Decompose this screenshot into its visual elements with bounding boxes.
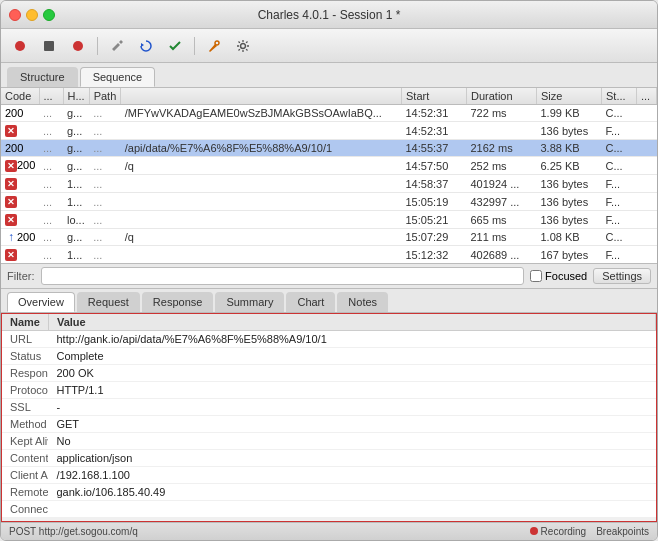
session-table[interactable]: Code ... H... Path Start Duration Size S… [1, 88, 657, 263]
cell-start: 14:55:37 [402, 140, 467, 157]
cell-size: 1.08 KB [537, 229, 602, 246]
filter-settings-btn[interactable]: Settings [593, 268, 651, 284]
table-row[interactable]: ✕200 ... g... ... /q 14:57:50 252 ms 6.2… [1, 157, 657, 175]
tab-notes[interactable]: Notes [337, 292, 388, 312]
cell-more [637, 193, 657, 211]
table-row[interactable]: ✕ ... g... ... 14:52:31 136 bytes F... [1, 122, 657, 140]
settings-btn[interactable] [230, 34, 256, 58]
svg-point-0 [15, 41, 25, 51]
filter-input[interactable] [41, 267, 525, 285]
cell-status: C... [602, 140, 637, 157]
cell-duration: 2162 ms [467, 140, 537, 157]
recording-indicator: Recording [530, 526, 586, 537]
clear-btn[interactable] [65, 34, 91, 58]
traffic-lights [9, 9, 55, 21]
overview-header-row: Name Value [2, 314, 656, 331]
overview-field-name: Client Address [2, 467, 48, 484]
tab-summary[interactable]: Summary [215, 292, 284, 312]
table-row[interactable]: ↑200 ... g... ... /q 15:07:29 211 ms 1.0… [1, 229, 657, 246]
overview-field-name: Remote Address [2, 484, 48, 501]
table-row[interactable]: ✕ ... 1... ... 14:58:37 401924 ... 136 b… [1, 175, 657, 193]
tab-structure[interactable]: Structure [7, 67, 78, 87]
overview-field-name: URL [2, 331, 48, 348]
tab-overview[interactable]: Overview [7, 292, 75, 312]
col-more[interactable]: ... [637, 88, 657, 105]
cell-code: ✕ [1, 175, 39, 193]
cell-status: C... [602, 157, 637, 175]
cell-size: 3.88 KB [537, 140, 602, 157]
cell-code: 200 [1, 105, 39, 122]
table-body: 200 ... g... ... /MFYwVKADAgEAME0wSzBJMA… [1, 105, 657, 264]
status-code: 200 [5, 107, 23, 119]
cell-dots1: ... [39, 157, 63, 175]
cell-status: F... [602, 193, 637, 211]
filter-bar: Filter: Focused Settings [1, 263, 657, 289]
col-start[interactable]: Start [402, 88, 467, 105]
col-h[interactable]: H... [63, 88, 89, 105]
overview-field-value: HTTP/1.1 [48, 382, 655, 399]
cell-size: 1.99 KB [537, 105, 602, 122]
overview-body: URL http://gank.io/api/data/%E7%A6%8F%E5… [2, 331, 656, 523]
refresh-btn[interactable] [133, 34, 159, 58]
col-dots1[interactable]: ... [39, 88, 63, 105]
table-row[interactable]: ✕ ... 1... ... 15:05:19 432997 ... 136 b… [1, 193, 657, 211]
cell-more [637, 229, 657, 246]
overview-field-value: application/json [48, 450, 655, 467]
cell-dots2: ... [89, 246, 121, 264]
tab-chart[interactable]: Chart [286, 292, 335, 312]
minimize-button[interactable] [26, 9, 38, 21]
overview-col-value: Value [48, 314, 655, 331]
col-size[interactable]: Size [537, 88, 602, 105]
col-duration[interactable]: Duration [467, 88, 537, 105]
cell-size: 136 bytes [537, 211, 602, 229]
status-bar: POST http://get.sogou.com/q Recording Br… [1, 522, 657, 540]
cell-code: 200 [1, 140, 39, 157]
maximize-button[interactable] [43, 9, 55, 21]
cell-status: F... [602, 211, 637, 229]
tab-request[interactable]: Request [77, 292, 140, 312]
cell-dots1: ... [39, 211, 63, 229]
col-path-pre[interactable]: Path [89, 88, 121, 105]
cell-dots2: ... [89, 140, 121, 157]
table-row[interactable]: ✕ ... lo... ... 15:05:21 665 ms 136 byte… [1, 211, 657, 229]
table-row[interactable]: 200 ... g... ... /api/data/%E7%A6%8F%E5%… [1, 140, 657, 157]
error-icon: ✕ [5, 178, 17, 190]
record-btn[interactable] [7, 34, 33, 58]
detail-panel: Name Value URL http://gank.io/api/data/%… [1, 313, 657, 522]
cell-code: ✕200 [1, 157, 39, 175]
col-path[interactable] [121, 88, 402, 105]
overview-field-value: /192.168.1.100 [48, 467, 655, 484]
sep2 [194, 37, 195, 55]
cell-start: 15:05:19 [402, 193, 467, 211]
overview-row: Content-Type application/json [2, 450, 656, 467]
svg-marker-3 [141, 43, 144, 47]
stop-btn[interactable] [36, 34, 62, 58]
status-bar-right: Recording Breakpoints [530, 526, 649, 537]
table-row[interactable]: ✕ ... 1... ... 15:12:32 402689 ... 167 b… [1, 246, 657, 264]
nav-tabs: Structure Sequence [1, 63, 657, 88]
cell-duration: 432997 ... [467, 193, 537, 211]
cell-more [637, 175, 657, 193]
col-code[interactable]: Code [1, 88, 39, 105]
pen-btn[interactable] [104, 34, 130, 58]
cell-duration: 402689 ... [467, 246, 537, 264]
tools-btn[interactable] [201, 34, 227, 58]
table-row[interactable]: 200 ... g... ... /MFYwVKADAgEAME0wSzBJMA… [1, 105, 657, 122]
cell-dots2: ... [89, 122, 121, 140]
col-status[interactable]: St... [602, 88, 637, 105]
overview-field-name: Status [2, 348, 48, 365]
status-code: 200 [17, 231, 35, 243]
filter-label: Filter: [7, 270, 35, 282]
svg-rect-1 [44, 41, 54, 51]
cell-path: /q [121, 157, 402, 175]
focused-checkbox[interactable] [530, 270, 542, 282]
cell-dots1: ... [39, 246, 63, 264]
cell-path [121, 175, 402, 193]
tab-response[interactable]: Response [142, 292, 214, 312]
cell-start: 14:58:37 [402, 175, 467, 193]
tab-sequence[interactable]: Sequence [80, 67, 156, 87]
cell-host: g... [63, 105, 89, 122]
close-button[interactable] [9, 9, 21, 21]
check-btn[interactable] [162, 34, 188, 58]
cell-path: /MFYwVKADAgEAME0wSzBJMAkGBSsOAwIaBQ... [121, 105, 402, 122]
